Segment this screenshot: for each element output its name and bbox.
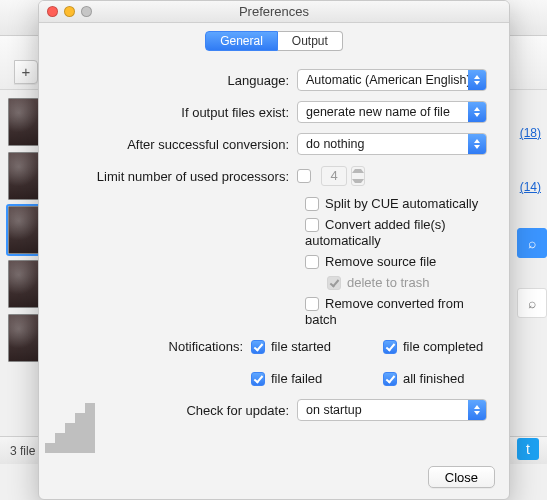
notifications-label: Notifications: (55, 339, 251, 354)
minimize-window-icon[interactable] (64, 6, 75, 17)
list-item[interactable] (8, 152, 42, 200)
checkupdate-select[interactable]: on startup (297, 399, 487, 421)
removebatch-checkbox[interactable] (305, 297, 319, 311)
preferences-window: Preferences General Output Language: Aut… (38, 0, 510, 500)
footer: Close (39, 455, 509, 499)
screen: + (18) (14) ⌕ ⌕ 3 file t Preferences Gen… (0, 0, 547, 500)
removesource-label: Remove source file (325, 254, 436, 269)
removebatch-label: Remove converted from batch (305, 296, 464, 327)
options-group: Split by CUE automatically Convert added… (305, 195, 493, 327)
convertauto-checkbox[interactable] (305, 218, 319, 232)
afterconv-select[interactable]: do nothing (297, 133, 487, 155)
add-button[interactable]: + (14, 60, 38, 84)
ifexist-select[interactable]: generate new name of file (297, 101, 487, 123)
chevron-updown-icon (468, 134, 486, 154)
search-icon[interactable]: ⌕ (517, 288, 547, 318)
list-item[interactable] (8, 260, 42, 308)
filestarted-checkbox[interactable] (251, 340, 265, 354)
allfinished-label: all finished (403, 371, 464, 386)
allfinished-checkbox[interactable] (383, 372, 397, 386)
language-value: Automatic (American English) (298, 73, 468, 87)
deletetrash-label: delete to trash (347, 275, 429, 290)
close-button[interactable]: Close (428, 466, 495, 488)
limitproc-checkbox[interactable] (297, 169, 311, 183)
bg-link[interactable]: (14) (520, 180, 541, 194)
list-item[interactable] (8, 98, 42, 146)
splitcue-label: Split by CUE automatically (325, 196, 478, 211)
filefailed-checkbox[interactable] (251, 372, 265, 386)
chevron-updown-icon (468, 70, 486, 90)
filecompleted-checkbox[interactable] (383, 340, 397, 354)
filefailed-label: file failed (271, 371, 322, 386)
tab-bar: General Output (39, 23, 509, 57)
checkupdate-value: on startup (298, 403, 468, 417)
list-item[interactable] (8, 314, 42, 362)
limitproc-stepper[interactable] (351, 166, 365, 186)
window-title: Preferences (239, 4, 309, 19)
chevron-updown-icon (468, 400, 486, 420)
status-text: 3 file (10, 444, 35, 458)
limitproc-label: Limit number of used processors: (55, 169, 297, 184)
titlebar: Preferences (39, 1, 509, 23)
search-icon[interactable]: ⌕ (517, 228, 547, 258)
resize-grip-icon (45, 393, 105, 453)
limitproc-value: 4 (321, 166, 347, 186)
afterconv-label: After successful conversion: (55, 137, 297, 152)
close-window-icon[interactable] (47, 6, 58, 17)
convertauto-label: Convert added file(s) automatically (305, 217, 446, 248)
bg-link[interactable]: (18) (520, 126, 541, 140)
chevron-updown-icon (468, 102, 486, 122)
tab-general[interactable]: General (205, 31, 278, 51)
afterconv-value: do nothing (298, 137, 468, 151)
filestarted-label: file started (271, 339, 331, 354)
zoom-window-icon (81, 6, 92, 17)
language-select[interactable]: Automatic (American English) (297, 69, 487, 91)
twitter-icon[interactable]: t (517, 438, 539, 460)
ifexist-label: If output files exist: (55, 105, 297, 120)
language-label: Language: (55, 73, 297, 88)
preferences-body: Language: Automatic (American English) I… (39, 57, 509, 439)
filecompleted-label: file completed (403, 339, 483, 354)
removesource-checkbox[interactable] (305, 255, 319, 269)
deletetrash-checkbox (327, 276, 341, 290)
thumbnail-strip (8, 98, 42, 368)
splitcue-checkbox[interactable] (305, 197, 319, 211)
tab-output[interactable]: Output (278, 31, 343, 51)
ifexist-value: generate new name of file (298, 105, 468, 119)
list-item[interactable] (8, 206, 42, 254)
